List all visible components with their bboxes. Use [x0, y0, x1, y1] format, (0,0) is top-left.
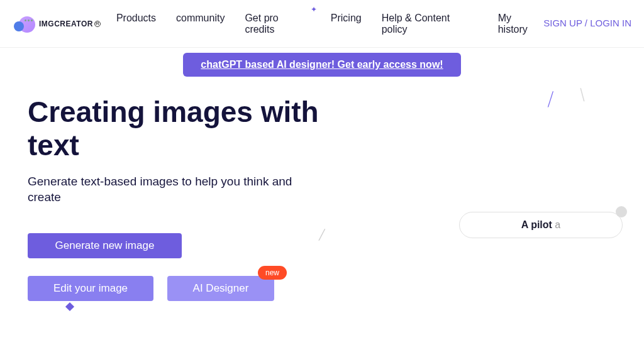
nav: Products community Get pro credits ✦ Pri…	[116, 13, 543, 35]
page-subtitle: Generate text-based images to help you t…	[28, 173, 326, 206]
decor-slash-icon: ╱	[545, 92, 556, 107]
generate-button[interactable]: Generate new image	[28, 233, 182, 258]
hero-right: ╱ ╲ ╱ A pilot a	[326, 96, 616, 301]
edit-button-label: Edit your image	[53, 282, 128, 295]
banner-link[interactable]: chatGPT based AI designer! Get early acc…	[183, 53, 460, 77]
nav-pricing[interactable]: Pricing	[331, 13, 362, 35]
registered-icon: R	[94, 21, 101, 27]
diamond-icon	[65, 302, 74, 311]
logo-icon	[13, 13, 35, 35]
nav-community[interactable]: community	[176, 13, 225, 35]
sparkle-icon: ✦	[311, 5, 317, 14]
pill-dot-icon	[616, 206, 627, 217]
logo-text: IMGCREATOR	[39, 19, 93, 28]
page-title: Creating images with text	[28, 96, 326, 162]
new-badge: new	[258, 266, 287, 280]
hero: Creating images with text Generate text-…	[0, 77, 644, 301]
prompt-pill[interactable]: A pilot a	[459, 212, 623, 238]
ai-designer-button[interactable]: AI Designer new	[167, 276, 274, 301]
banner: chatGPT based AI designer! Get early acc…	[0, 53, 644, 77]
auth-link[interactable]: SIGN UP / LOGIN IN	[543, 16, 631, 31]
nav-credits-label: Get pro credits	[245, 13, 278, 35]
header: IMGCREATOR R Products community Get pro …	[0, 0, 644, 48]
decor-slash-icon: ╱	[319, 229, 325, 241]
decor-slash-icon: ╲	[578, 88, 585, 102]
prompt-light: a	[555, 219, 560, 230]
prompt-bold: A pilot	[521, 219, 555, 230]
nav-history[interactable]: My history	[498, 13, 544, 35]
prompt-text: A pilot a	[521, 219, 561, 231]
button-row-2: Edit your image AI Designer new	[28, 276, 326, 301]
edit-button[interactable]: Edit your image	[28, 276, 153, 301]
ai-designer-label: AI Designer	[193, 282, 249, 295]
nav-credits[interactable]: Get pro credits ✦	[245, 13, 310, 35]
logo[interactable]: IMGCREATOR R	[13, 13, 101, 35]
button-row-1: Generate new image	[28, 233, 326, 258]
nav-help[interactable]: Help & Content policy	[382, 13, 478, 35]
hero-left: Creating images with text Generate text-…	[28, 96, 326, 301]
nav-products[interactable]: Products	[116, 13, 156, 35]
